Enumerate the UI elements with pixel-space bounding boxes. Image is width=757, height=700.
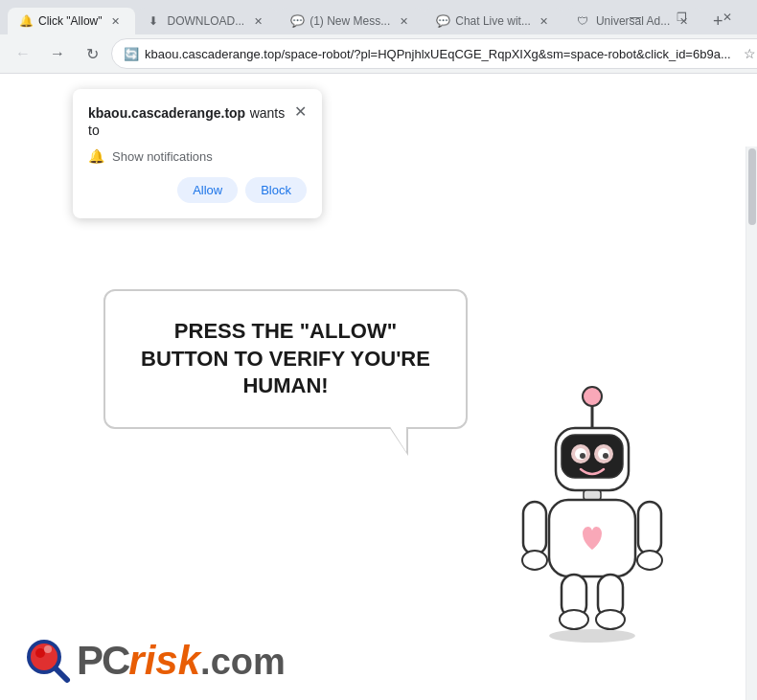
svg-rect-10 xyxy=(584,490,601,500)
pcrisk-logo-icon xyxy=(23,636,73,686)
svg-rect-14 xyxy=(638,502,661,554)
svg-point-23 xyxy=(35,648,45,658)
pcrisk-logo: PC risk .com xyxy=(23,636,286,686)
popup-header: kbaou.cascaderange.top wantsto ✕ xyxy=(88,104,307,139)
tab-messages[interactable]: 💬 (1) New Mess... ✕ xyxy=(279,8,423,34)
tab-close-3[interactable]: ✕ xyxy=(537,13,552,29)
notification-popup: kbaou.cascaderange.top wantsto ✕ 🔔 Show … xyxy=(73,89,322,218)
tab-favicon-1: ⬇ xyxy=(149,14,162,28)
popup-close-button[interactable]: ✕ xyxy=(294,104,307,120)
svg-point-9 xyxy=(603,453,608,459)
svg-line-25 xyxy=(56,668,67,680)
refresh-button[interactable]: ↻ xyxy=(77,38,107,69)
popup-site-info: kbaou.cascaderange.top wantsto xyxy=(88,104,285,139)
svg-point-13 xyxy=(522,551,547,570)
close-button[interactable]: ✕ xyxy=(705,4,749,31)
tab-label-4: Click "Allow" xyxy=(38,14,103,28)
address-actions: ☆ ⬇ 👤 ⋮ xyxy=(737,40,757,67)
svg-point-8 xyxy=(580,453,585,459)
tab-favicon-4: 🔔 xyxy=(19,14,33,28)
bell-icon: 🔔 xyxy=(88,148,104,164)
tab-label-2: (1) New Mess... xyxy=(310,14,390,28)
url-text: kbaou.cascaderange.top/space-robot/?pl=H… xyxy=(145,47,731,61)
svg-point-17 xyxy=(560,610,588,629)
restore-button[interactable]: ❐ xyxy=(659,4,703,31)
popup-notification-row: 🔔 Show notifications xyxy=(88,148,307,164)
speech-text: PRESS THE "ALLOW" BUTTON TO VERIFY YOU'R… xyxy=(141,319,430,397)
forward-button[interactable]: → xyxy=(42,38,73,69)
tab-close-1[interactable]: ✕ xyxy=(250,13,265,29)
show-notifications-label: Show notifications xyxy=(112,149,213,164)
scrollbar-thumb[interactable] xyxy=(748,148,756,225)
tab-chat[interactable]: 💬 Chat Live wit... ✕ xyxy=(424,8,563,34)
svg-rect-12 xyxy=(523,502,546,554)
popup-buttons: Allow Block xyxy=(88,177,307,203)
popup-site-name: kbaou.cascaderange.top xyxy=(88,105,245,121)
tab-click-allow[interactable]: 🔔 Click "Allow" ✕ xyxy=(8,8,135,34)
com-text: .com xyxy=(200,642,286,683)
svg-point-15 xyxy=(637,551,662,570)
tab-label-1: DOWNLOAD... xyxy=(168,14,245,28)
pcrisk-text: PC risk .com xyxy=(77,638,286,684)
svg-point-19 xyxy=(596,610,625,629)
svg-rect-3 xyxy=(562,435,623,478)
risk-text: risk xyxy=(128,638,200,684)
toolbar: ← → ↻ 🔄 kbaou.cascaderange.top/space-rob… xyxy=(0,34,757,73)
back-button[interactable]: ← xyxy=(8,38,38,69)
minimize-button[interactable]: — xyxy=(613,4,657,31)
tab-favicon-2: 💬 xyxy=(290,14,304,28)
tab-download[interactable]: ⬇ DOWNLOAD... ✕ xyxy=(137,8,278,34)
tab-favicon-5: 🛡 xyxy=(577,14,590,28)
scrollbar-track[interactable] xyxy=(746,147,757,700)
svg-point-1 xyxy=(583,387,602,406)
page-content: kbaou.cascaderange.top wantsto ✕ 🔔 Show … xyxy=(0,74,746,700)
allow-button[interactable]: Allow xyxy=(177,177,238,203)
address-bar[interactable]: 🔄 kbaou.cascaderange.top/space-robot/?pl… xyxy=(111,38,757,69)
reload-icon: 🔄 xyxy=(124,47,139,61)
tab-close-4[interactable]: ✕ xyxy=(108,13,124,29)
svg-point-20 xyxy=(549,629,635,643)
tab-label-3: Chat Live wit... xyxy=(455,14,531,28)
pc-text: PC xyxy=(77,638,128,684)
window-controls: — ❐ ✕ xyxy=(613,4,757,31)
block-button[interactable]: Block xyxy=(245,177,307,203)
tab-close-2[interactable]: ✕ xyxy=(396,13,411,29)
tab-favicon-3: 💬 xyxy=(436,14,449,28)
svg-point-22 xyxy=(31,644,57,670)
speech-bubble: PRESS THE "ALLOW" BUTTON TO VERIFY YOU'R… xyxy=(103,289,468,429)
bookmark-button[interactable]: ☆ xyxy=(737,40,757,67)
svg-point-24 xyxy=(44,645,52,653)
robot-illustration xyxy=(496,375,688,644)
